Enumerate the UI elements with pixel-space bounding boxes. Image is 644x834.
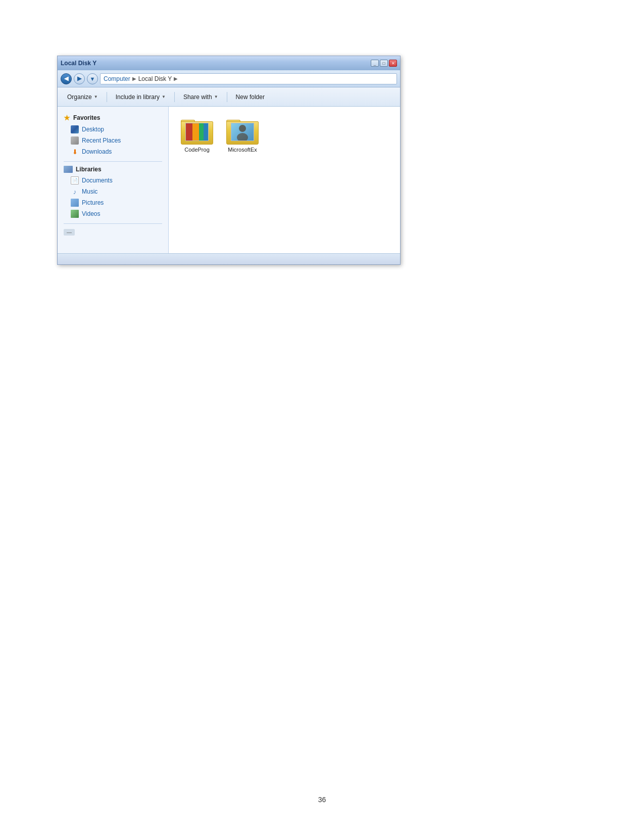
page-number: 36 — [318, 796, 326, 804]
path-segment-1: Computer — [104, 75, 130, 82]
sidebar-item-downloads[interactable]: ⬇ Downloads — [58, 146, 168, 157]
address-bar: ◀ ▶ ▼ Computer ▶ Local Disk Y ▶ — [58, 70, 400, 87]
svg-point-1 — [237, 133, 248, 141]
videos-icon — [71, 210, 79, 218]
new-folder-button[interactable]: New folder — [231, 91, 269, 103]
minimize-button[interactable]: _ — [371, 60, 379, 67]
close-button[interactable]: ✕ — [389, 60, 397, 67]
recent-places-label: Recent Places — [82, 137, 121, 144]
dropdown-button[interactable]: ▼ — [87, 73, 98, 84]
videos-label: Videos — [82, 210, 100, 217]
include-dropdown-icon: ▼ — [162, 95, 166, 99]
documents-icon: 📄 — [71, 176, 79, 184]
libraries-section: Libraries 📄 Documents ♪ Music Pictures — [58, 164, 168, 219]
sidebar: ★ Favorites Desktop Recent Places ⬇ Down… — [58, 107, 169, 253]
desktop-label: Desktop — [82, 126, 104, 133]
back-button[interactable]: ◀ — [61, 73, 72, 84]
path-sep-2: ▶ — [174, 76, 178, 81]
folder-microsoftex-label: MicrosoftEx — [228, 147, 257, 153]
address-path[interactable]: Computer ▶ Local Disk Y ▶ — [100, 73, 397, 84]
recent-places-icon — [71, 136, 79, 145]
include-in-library-button[interactable]: Include in library ▼ — [111, 91, 170, 103]
sidebar-item-videos[interactable]: Videos — [58, 208, 168, 219]
documents-label: Documents — [82, 177, 113, 184]
toolbar-separator-2 — [174, 92, 175, 102]
content-area: ★ Favorites Desktop Recent Places ⬇ Down… — [58, 107, 400, 253]
folder-microsoftex-icon — [226, 117, 259, 145]
sidebar-item-pictures[interactable]: Pictures — [58, 197, 168, 208]
path-segment-2: Local Disk Y — [138, 75, 172, 82]
share-with-button[interactable]: Share with ▼ — [179, 91, 223, 103]
pictures-icon — [71, 199, 79, 207]
sidebar-collapse[interactable]: — — [58, 226, 168, 238]
desktop-icon — [71, 125, 79, 133]
newfolder-label: New folder — [236, 94, 265, 101]
folder-codeprog-label: CodeProg — [184, 147, 210, 153]
collapse-indicator: — — [64, 229, 75, 236]
libraries-label: Libraries — [76, 166, 102, 173]
sidebar-item-recent-places[interactable]: Recent Places — [58, 135, 168, 146]
path-sep-1: ▶ — [132, 76, 136, 81]
codeprog-thumbnail-image — [186, 123, 208, 141]
toolbar: Organize ▼ Include in library ▼ Share wi… — [58, 87, 400, 107]
sidebar-divider-1 — [64, 161, 162, 162]
title-bar: Local Disk Y _ □ ✕ — [58, 56, 400, 70]
status-bar — [58, 253, 400, 264]
favorites-section: ★ Favorites Desktop Recent Places ⬇ Down… — [58, 112, 168, 157]
include-label: Include in library — [116, 94, 160, 101]
file-area: CodeProg — [169, 107, 400, 253]
libraries-header: Libraries — [58, 164, 168, 175]
star-icon: ★ — [64, 114, 70, 122]
folder-body — [181, 121, 213, 145]
folder-codeprog[interactable]: CodeProg — [177, 115, 217, 155]
favorites-header: ★ Favorites — [58, 112, 168, 124]
forward-button[interactable]: ▶ — [74, 73, 85, 84]
sidebar-divider-2 — [64, 223, 162, 224]
toolbar-separator-1 — [107, 92, 107, 102]
svg-point-0 — [239, 125, 246, 132]
maximize-button[interactable]: □ — [380, 60, 388, 67]
downloads-label: Downloads — [82, 148, 112, 155]
folder-codeprog-icon — [181, 117, 213, 145]
sidebar-item-music[interactable]: ♪ Music — [58, 186, 168, 197]
downloads-icon: ⬇ — [71, 148, 79, 156]
organize-button[interactable]: Organize ▼ — [63, 91, 103, 103]
music-icon: ♪ — [71, 188, 79, 196]
sidebar-item-documents[interactable]: 📄 Documents — [58, 175, 168, 186]
music-label: Music — [82, 188, 97, 195]
favorites-label: Favorites — [73, 114, 100, 121]
toolbar-separator-3 — [227, 92, 227, 102]
window-title: Local Disk Y — [61, 60, 96, 67]
folder-thumbnail — [185, 123, 209, 141]
folder-microsoftex[interactable]: MicrosoftEx — [222, 115, 263, 155]
organize-label: Organize — [67, 94, 92, 101]
share-label: Share with — [183, 94, 212, 101]
share-dropdown-icon: ▼ — [214, 95, 218, 99]
microsoftex-thumbnail-image — [231, 123, 254, 141]
organize-dropdown-icon: ▼ — [94, 95, 98, 99]
libraries-icon — [64, 166, 73, 173]
window-controls: _ □ ✕ — [371, 60, 397, 67]
sidebar-item-desktop[interactable]: Desktop — [58, 124, 168, 135]
folder-microsoftex-thumbnail — [231, 123, 254, 141]
explorer-window: Local Disk Y _ □ ✕ ◀ ▶ ▼ Computer ▶ Loca… — [57, 56, 401, 265]
pictures-label: Pictures — [82, 199, 104, 206]
folder-microsoftex-body — [226, 121, 259, 145]
